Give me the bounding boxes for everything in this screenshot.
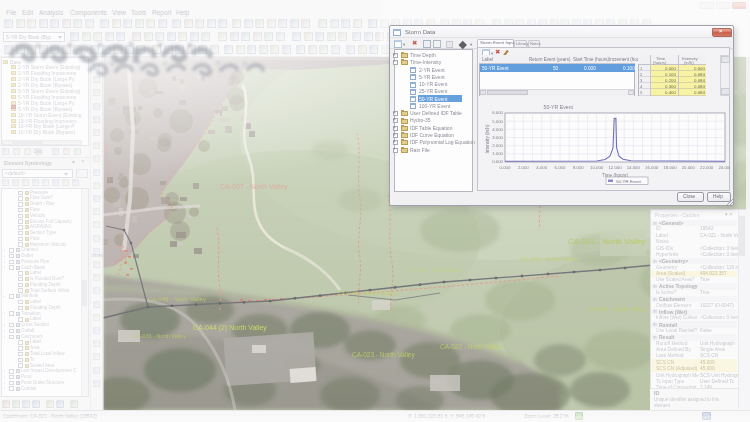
svg-text:CA-043 - North Valley: CA-043 - North Valley xyxy=(520,256,578,262)
svg-text:6.000: 6.000 xyxy=(555,165,566,170)
svg-text:Intensity (in/h): Intensity (in/h) xyxy=(485,124,490,153)
svg-text:3.000: 3.000 xyxy=(492,135,503,140)
svg-text:2.000: 2.000 xyxy=(518,165,529,170)
svg-text:10.000: 10.000 xyxy=(590,165,604,170)
svg-text:5.000: 5.000 xyxy=(492,119,503,124)
svg-text:16.000: 16.000 xyxy=(645,165,659,170)
svg-text:0.000: 0.000 xyxy=(492,159,503,164)
svg-text:8.000: 8.000 xyxy=(573,165,584,170)
svg-text:CA-046 - North Valley: CA-046 - North Valley xyxy=(148,296,206,302)
svg-text:1.000: 1.000 xyxy=(492,151,503,156)
svg-text:CA-024 - North Valley: CA-024 - North Valley xyxy=(408,267,461,273)
svg-text:14.000: 14.000 xyxy=(627,165,641,170)
svg-text:4.000: 4.000 xyxy=(536,165,547,170)
svg-text:50-YR Event: 50-YR Event xyxy=(616,179,642,184)
svg-text:CA-021 - North Valley: CA-021 - North Valley xyxy=(568,237,645,246)
svg-text:CA-020 - North Valley: CA-020 - North Valley xyxy=(588,306,646,312)
svg-text:CA-036 - North Valley: CA-036 - North Valley xyxy=(133,333,186,339)
svg-text:24.000: 24.000 xyxy=(718,165,730,170)
svg-text:4.000: 4.000 xyxy=(492,127,503,132)
svg-text:CA-022 - North Valley: CA-022 - North Valley xyxy=(440,343,503,351)
svg-text:6.000: 6.000 xyxy=(492,110,503,115)
svg-text:22.000: 22.000 xyxy=(700,165,714,170)
svg-text:12.000: 12.000 xyxy=(608,165,622,170)
svg-text:CA-007 - North Valley: CA-007 - North Valley xyxy=(220,183,288,191)
svg-text:CA-045 - North Valley: CA-045 - North Valley xyxy=(338,290,396,296)
svg-text:CA-044 (2) North Valley: CA-044 (2) North Valley xyxy=(193,324,267,332)
svg-text:0.000: 0.000 xyxy=(500,165,511,170)
svg-text:18.000: 18.000 xyxy=(663,165,677,170)
svg-text:20.000: 20.000 xyxy=(682,165,696,170)
svg-text:2.000: 2.000 xyxy=(492,143,503,148)
svg-text:CA-023 - North Valley: CA-023 - North Valley xyxy=(352,351,415,359)
